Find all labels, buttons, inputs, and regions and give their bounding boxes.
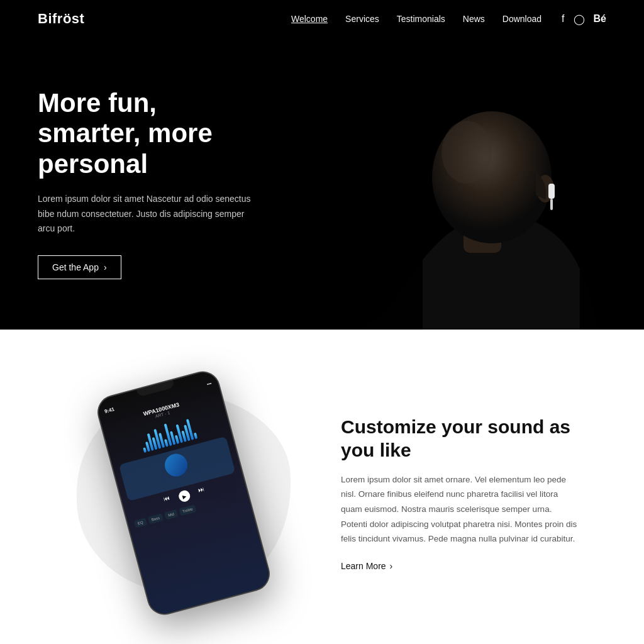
phone-signal-icons: ▪▪▪ [206,381,212,387]
hero-content: More fun, smarter, more personal Lorem i… [0,38,289,330]
learn-more-link[interactable]: Learn More › [341,561,392,571]
nav-item-news[interactable]: News [463,13,485,25]
navbar-right: Welcome Services Testimonials News Downl… [291,13,606,25]
phone-play-btn[interactable]: ▶ [177,489,191,503]
svg-point-3 [441,121,492,184]
get-app-arrow: › [104,262,107,272]
nav-link-services[interactable]: Services [345,14,379,24]
nav-item-download[interactable]: Download [502,13,541,25]
phone-container: 9:41 ▪▪▪ WPA1000XM3 ART - 1 ⏮ ▶ [64,380,303,606]
phone-eq-btn[interactable]: EQ [134,518,147,528]
nav-link-news[interactable]: News [463,14,485,24]
phone-treble-btn[interactable]: Treble [179,504,197,516]
phone-album-art [162,452,190,479]
hero-title: More fun, smarter, more personal [38,88,252,179]
hero-subtitle: Lorem ipsum dolor sit amet Nascetur ad o… [38,192,252,236]
get-app-button[interactable]: Get the App › [38,255,121,279]
learn-more-arrow: › [390,561,393,571]
brand-logo: Bifröst [38,11,84,27]
nav-link-download[interactable]: Download [502,14,541,24]
social-icons: f ◯ Bé [562,13,606,25]
nav-item-testimonials[interactable]: Testimonials [397,13,445,25]
features-section: 9:41 ▪▪▪ WPA1000XM3 ART - 1 ⏮ ▶ [0,330,644,644]
facebook-icon[interactable]: f [562,13,564,25]
nav-links: Welcome Services Testimonials News Downl… [291,13,541,25]
phone-mid-btn[interactable]: Mid [164,509,178,520]
get-app-label: Get the App [52,262,99,272]
learn-more-label: Learn More [341,561,386,571]
person-illustration [309,38,624,330]
hero-section: More fun, smarter, more personal Lorem i… [0,38,644,330]
instagram-icon[interactable]: ◯ [574,13,585,25]
navbar: Bifröst Welcome Services Testimonials Ne… [0,0,644,38]
wave-bar [194,433,197,440]
phone-prev-btn[interactable]: ⏮ [163,494,172,507]
features-text: Customize your sound as you like Lorem i… [341,415,580,572]
phone-next-btn[interactable]: ⏭ [197,486,206,498]
phone-bass-btn[interactable]: Bass [148,513,164,525]
wave-bar [143,448,147,453]
features-description: Lorem ipsum dolor sit amet ornare. Vel e… [341,472,580,547]
nav-item-services[interactable]: Services [345,13,379,25]
behance-icon[interactable]: Bé [594,13,606,25]
nav-link-testimonials[interactable]: Testimonials [397,14,445,24]
phone-screen: 9:41 ▪▪▪ WPA1000XM3 ART - 1 ⏮ ▶ [95,369,272,618]
svg-rect-7 [309,38,423,330]
svg-rect-6 [550,199,553,210]
phone-body: 9:41 ▪▪▪ WPA1000XM3 ART - 1 ⏮ ▶ [94,368,274,619]
svg-rect-8 [580,38,624,330]
phone-time: 9:41 [104,406,115,414]
features-title: Customize your sound as you like [341,415,580,462]
hero-image [290,38,644,330]
phone-mockup: 9:41 ▪▪▪ WPA1000XM3 ART - 1 ⏮ ▶ [94,368,274,619]
svg-rect-5 [548,184,555,199]
nav-item-welcome[interactable]: Welcome [291,13,328,25]
nav-link-welcome[interactable]: Welcome [291,14,328,24]
